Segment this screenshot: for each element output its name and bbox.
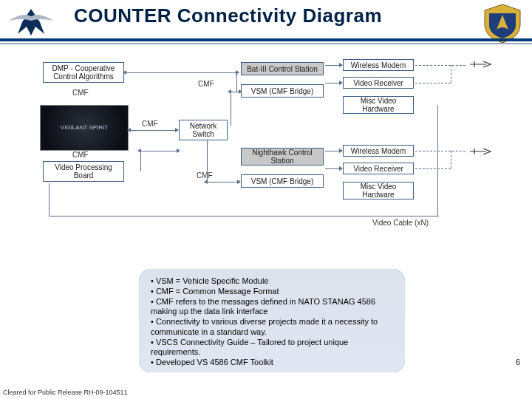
arrow-icon <box>325 65 340 66</box>
node-vsm2: VSM (CMF Bridge) <box>241 174 324 188</box>
arrow-icon <box>231 92 239 92</box>
node-network-switch: Network Switch <box>179 120 228 140</box>
header-rule-thick <box>0 38 532 41</box>
dashed-connector <box>451 151 451 168</box>
vigilant-spirit-image: VIGILANT SPIRIT <box>40 105 129 151</box>
dashed-connector <box>415 83 451 83</box>
aircraft-icon <box>468 59 494 69</box>
header-rule-thin <box>0 43 532 44</box>
connectivity-diagram: DMP - Cooperative Control Algorithms CMF… <box>15 59 517 251</box>
header: COUNTER Connectivity Diagram <box>0 0 532 50</box>
label-video-cable: Video Cable (xN) <box>372 219 429 227</box>
connector-line <box>231 92 231 126</box>
connector-line <box>49 216 439 216</box>
node-bat3: Bat-III Control Station <box>241 62 324 75</box>
node-vsm1: VSM (CMF Bridge) <box>241 84 324 98</box>
dashed-connector <box>415 151 466 151</box>
arrow-icon <box>130 130 176 131</box>
connector-line <box>140 151 141 171</box>
connector-line <box>437 191 438 216</box>
node-nighthawk: Nighthawk Control Station <box>241 148 324 166</box>
disclaimer-text: Cleared for Public Release RH-09-104511 <box>3 389 128 396</box>
label-cmf: CMF <box>198 80 214 88</box>
arrow-icon <box>325 83 340 83</box>
dashed-connector <box>415 65 466 66</box>
connector-line <box>49 183 50 216</box>
node-video-processing: Video Processing Board <box>43 161 124 182</box>
label-cmf: CMF <box>197 171 213 180</box>
air-force-wings-icon <box>4 4 58 40</box>
dashed-connector <box>451 65 451 83</box>
arrow-icon <box>207 182 238 183</box>
label-cmf: CMF <box>72 151 89 159</box>
label-cmf: CMF <box>142 120 158 128</box>
arrow-icon <box>140 151 177 151</box>
legend-callout <box>139 269 405 372</box>
aircraft-icon <box>468 146 494 157</box>
page-title: COUNTER Connectivity Diagram <box>74 4 532 27</box>
node-misc-hw-1: Misc Video Hardware <box>343 96 414 114</box>
arrow-icon <box>126 72 236 73</box>
node-misc-hw-2: Misc Video Hardware <box>343 182 414 200</box>
page-number: 6 <box>516 358 520 366</box>
node-wireless-modem-2: Wireless Modem <box>343 145 414 157</box>
dashed-connector <box>415 168 451 169</box>
node-video-receiver-2: Video Receiver <box>343 163 414 174</box>
label-cmf: CMF <box>72 89 89 97</box>
node-wireless-modem-1: Wireless Modem <box>343 59 414 71</box>
slide: { "header": { "title": "COUNTER Connecti… <box>0 0 532 399</box>
arrow-icon <box>325 151 340 151</box>
connector-line <box>236 72 237 92</box>
node-dmp: DMP - Cooperative Control Algorithms <box>43 62 124 83</box>
node-video-receiver-1: Video Receiver <box>343 77 414 89</box>
arrow-icon <box>325 168 340 169</box>
